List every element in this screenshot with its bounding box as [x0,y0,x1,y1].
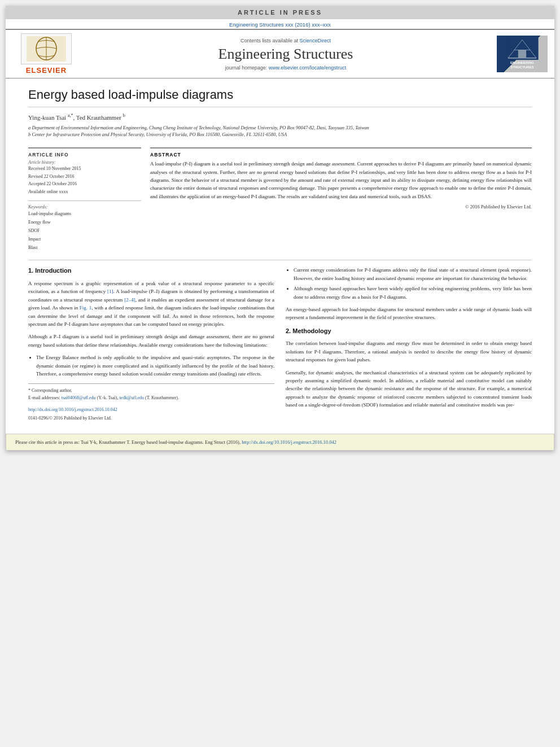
affiliation-b: b Center for Infrastructure Protection a… [28,131,532,138]
history-label: Article history: [28,160,141,165]
issn-line: 0141-0296/© 2016 Published by Elsevier L… [28,415,274,422]
journal-homepage: journal homepage: www.elsevier.com/locat… [80,65,491,71]
email-note: E-mail addresses: tsai04068@ufl.edu (Y.-… [28,395,274,402]
email-tedk-name: (T. Krauthammer). [145,395,179,400]
kw-4: Impact [28,235,141,243]
affiliations: a Department of Environmental Informatio… [28,124,532,139]
revised-date: Revised 22 October 2016 [28,173,141,181]
kw-3: SDOF [28,226,141,235]
abstract-text: A load-impulse (P-I) diagram is a useful… [150,160,532,200]
intro-right-para1: An energy-based approach for load-impuls… [286,305,532,322]
kw-2: Energy flow [28,218,141,226]
bullet-right-1: Current energy considerations for P-I di… [294,266,532,282]
elsevier-wordmark: ELSEVIER [26,66,67,75]
bullet-list-left: The Energy Balance method is only applic… [36,353,274,378]
info-abstract-area: ARTICLE INFO Article history: Received 1… [28,147,532,252]
article-history-block: Article history: Received 10 November 20… [28,160,141,200]
keywords-block: Keywords: Load-impulse diagrams Energy f… [28,204,141,252]
eng-struct-badge: ENGINEERING STRUCTURES [497,36,548,72]
method-para1: The correlation between load-impulse dia… [286,339,532,364]
email-tsai[interactable]: tsai04068@ufl.edu [62,395,96,400]
footnote-area: * Corresponding author. E-mail addresses… [28,383,274,402]
elsevier-logo-area: ELSEVIER [12,33,80,75]
homepage-prefix: journal homepage: [225,65,269,71]
section-divider [28,260,532,260]
abstract-title: ABSTRACT [150,152,532,158]
journal-ref-text: Engineering Structures xxx (2016) xxx–xx… [229,21,331,28]
svg-rect-6 [518,50,526,58]
accepted-date: Accepted 22 October 2016 [28,180,141,188]
sciencedirect-line: Contents lists available at ScienceDirec… [80,38,491,43]
cite-prefix: Please cite this article in press as: Ts… [15,439,242,445]
copyright-line: © 2016 Published by Elsevier Ltd. [150,204,532,209]
doi-link[interactable]: http://dx.doi.org/10.1016/j.engstruct.20… [28,407,117,412]
journal-header: ELSEVIER Contents lists available at Sci… [6,29,554,78]
intro-para2: Although a P–I diagram is a useful tool … [28,333,274,349]
bottom-citation-banner: Please cite this article in press as: Ts… [6,434,554,451]
available-date: Available online xxxx [28,188,141,196]
method-para2: Generally, for dynamic analyses, the mec… [286,369,532,409]
bullet-right-2: Although energy based approaches have be… [294,285,532,301]
homepage-url[interactable]: www.elsevier.com/locate/engstruct [269,65,347,71]
journal-center: Contents lists available at ScienceDirec… [80,38,491,71]
aip-banner: ARTICLE IN PRESS [6,6,554,19]
corresponding-note: * Corresponding author. [28,387,274,395]
ref-2-4[interactable]: [2–4] [124,297,135,303]
article-info-title: ARTICLE INFO [28,152,141,158]
article-info: ARTICLE INFO Article history: Received 1… [28,147,141,252]
badge-line1: ENGINEERING [510,61,534,64]
kw-1: Load-impulse diagrams [28,209,141,218]
authors-line: Ying-kuan Tsai a,*, Ted Krauthammer b [28,113,532,121]
intro-heading: 1. Introduction [28,266,274,276]
bullet-item-1: The Energy Balance method is only applic… [36,353,274,378]
ref-1[interactable]: [1] [107,289,113,294]
left-column: 1. Introduction A response spectrum is a… [28,266,274,422]
badge-line2: STRUCTURES [510,65,533,69]
kw-5: Blast [28,243,141,252]
intro-para1: A response spectrum is a graphic represe… [28,279,274,328]
affiliation-a: a Department of Environmental Informatio… [28,124,532,132]
ref-fig1[interactable]: Fig. 1 [80,305,91,311]
received-date: Received 10 November 2015 [28,165,141,173]
elsevier-image [21,33,72,64]
journal-logo-right: ENGINEERING STRUCTURES [491,36,548,72]
journal-ref-line: Engineering Structures xxx (2016) xxx–xx… [6,19,554,29]
email-tsai-name: (Y.-k. Tsai), [97,395,120,400]
sd-prefix: Contents lists available at [240,38,300,43]
aip-banner-text: ARTICLE IN PRESS [238,9,322,16]
keywords-list: Load-impulse diagrams Energy flow SDOF I… [28,209,141,252]
sciencedirect-link[interactable]: ScienceDirect [300,38,331,43]
journal-title: Engineering Structures [80,46,491,63]
body-columns: 1. Introduction A response spectrum is a… [28,266,532,422]
doi-area: http://dx.doi.org/10.1016/j.engstruct.20… [28,407,274,414]
cite-link[interactable]: http://dx.doi.org/10.1016/j.engstruct.20… [242,439,336,445]
article-title: Energy based load-impulse diagrams [28,88,532,107]
email-prefix: E-mail addresses: [28,395,62,400]
right-column: Current energy considerations for P-I di… [286,266,532,422]
email-tedk[interactable]: tedk@ufl.edu [119,395,144,400]
abstract-section: ABSTRACT A load-impulse (P-I) diagram is… [150,147,532,252]
bullet-list-right: Current energy considerations for P-I di… [294,266,532,301]
method-heading: 2. Methodology [286,326,532,337]
keywords-label: Keywords: [28,204,141,209]
